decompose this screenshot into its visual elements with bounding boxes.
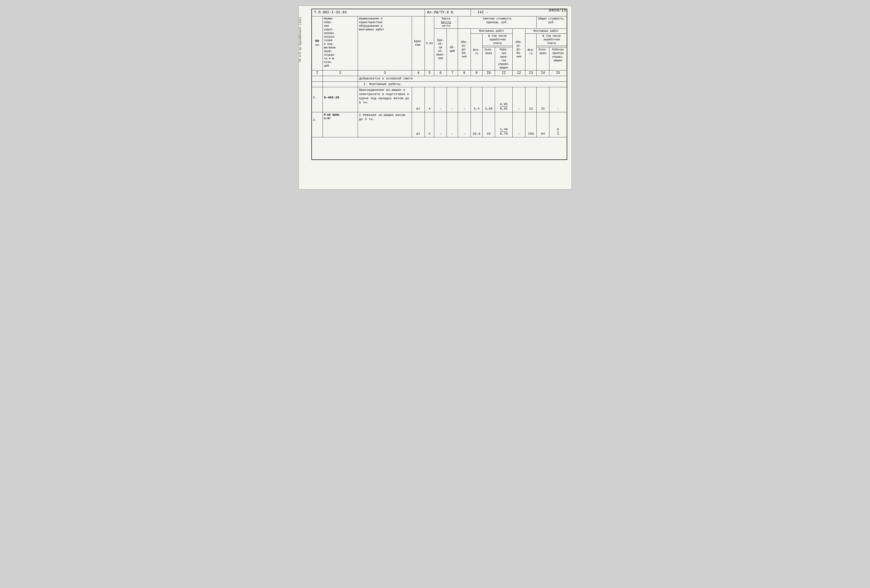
top-header-row: Т.П.90I-I-32.83 Ал.УШ/ТУ.8 Б - I4I - bbox=[311, 9, 567, 16]
col-hdr-num: №№пп bbox=[311, 16, 323, 70]
col-hdr-total-label: Общая стоимость, руб. bbox=[538, 17, 565, 24]
col-hdr-desc-label: Наименование ихарактеристикаоборудования… bbox=[359, 17, 384, 31]
col-hdr-names-label: Наиме-нова-ниеукруп-ненныхпоказа-телейи … bbox=[324, 17, 336, 67]
row1-num: I. bbox=[311, 87, 323, 112]
row2-code: П.№8 прим. п-57 bbox=[323, 112, 358, 137]
col-idx-9: 9 bbox=[471, 70, 482, 76]
col-hdr-total: Общая стоимость, руб. bbox=[536, 16, 567, 28]
col-hdr-smeta-oborud: Обо-ру-до-ва-ния bbox=[458, 28, 471, 70]
col-idx-11: II bbox=[495, 70, 512, 76]
row1-montazh-rabochih-den: 0,0I bbox=[500, 107, 508, 111]
row1-unit-val: шт bbox=[416, 107, 420, 110]
col-hdr-rabochih: Рабо-чихзаня-тыхуправл.машин bbox=[495, 47, 512, 70]
col-hdr-mass: Массабруттонетто bbox=[434, 16, 458, 28]
row1-montazh-rabochih-frac: 0,05 0,0I bbox=[500, 102, 508, 111]
col-hdr-montazh-label: Монтажных работ bbox=[479, 30, 504, 33]
section-title-empty2 bbox=[323, 82, 358, 87]
col-idx-10: I0 bbox=[482, 70, 495, 76]
row2-total-osnova-val: 64 bbox=[541, 132, 545, 135]
row1-mass-unit-val: – bbox=[439, 107, 441, 110]
col-idx-2: 2 bbox=[323, 70, 358, 76]
row2-montazh-osnova: I6 bbox=[482, 112, 495, 137]
row1-total-rabochih: – bbox=[549, 87, 567, 112]
col-idx-13: I3 bbox=[526, 70, 536, 76]
row1-num-label: I. bbox=[313, 95, 317, 99]
col-hdr-osnova: Осно-вная bbox=[482, 47, 495, 70]
row2-num: 2. bbox=[311, 112, 323, 137]
row1-qty: 4 bbox=[425, 87, 434, 112]
section-header-row: Добавляется к основной смете bbox=[311, 76, 567, 82]
row2-desc: I Ревизия эл.машин весом до 3 тн. bbox=[358, 112, 412, 137]
data-row-2: 2. П.№8 прим. п-57 I Ревизия эл.машин ве… bbox=[311, 112, 567, 137]
col-hdr-total-zarplata: В том числезаработнаяплата bbox=[536, 33, 567, 46]
col-hdr-total-osnova: Осно-вная bbox=[536, 47, 550, 70]
page-wrapper: 8459/15 ТМ 4/5 пр.бран005оа44 (434) Т.П.… bbox=[299, 6, 572, 189]
row2-oborud: – bbox=[458, 112, 471, 137]
row1-montazh-vsego: 5,4 bbox=[471, 87, 482, 112]
row1-montazh-rabochih: 0,05 0,0I bbox=[495, 87, 512, 112]
row1-total-osnova-val: I5 bbox=[541, 107, 545, 110]
section-title-empty1 bbox=[311, 82, 323, 87]
row1-oborud-val: – bbox=[463, 107, 465, 110]
row2-oborud-val: – bbox=[463, 132, 465, 135]
row1-code: 8–48I–25 bbox=[323, 87, 358, 112]
row2-mass-unit: – bbox=[434, 112, 447, 137]
row1-montazh-vsego-val: 5,4 bbox=[474, 107, 480, 110]
col-idx-8: 8 bbox=[458, 70, 471, 76]
col-hdr-zarplata-label: В том числезаработнаяплата bbox=[489, 34, 507, 45]
col-hdr-total-osnova-label: Осно-вная bbox=[539, 48, 547, 55]
row2-total-rabochih-den: 3 bbox=[557, 132, 559, 136]
col-header-row1: №№пп Наиме-нова-ниеукруп-ненныхпоказа-те… bbox=[311, 16, 567, 28]
row2-num-label: 2. bbox=[313, 118, 317, 122]
col-idx-1: I bbox=[311, 70, 323, 76]
header-col2: Ал.УШ/ТУ.8 Б bbox=[425, 9, 471, 16]
row2-montazh-rabochih: 1,49 0,78 bbox=[495, 112, 512, 137]
col-idx-6: 6 bbox=[434, 70, 447, 76]
section-title-text: I. Монтажные работы. bbox=[358, 82, 567, 87]
row1-qty-val: 4 bbox=[429, 107, 431, 110]
col-hdr-osnova-label: Осно-вная bbox=[484, 48, 493, 55]
col-hdr-smeta-label: Сметная стоимостьединицы, руб. bbox=[483, 17, 511, 24]
row2-unit: шт bbox=[412, 112, 425, 137]
page-number: 8459/15 bbox=[548, 8, 566, 13]
row2-unit-val: шт bbox=[416, 132, 420, 135]
row1-total-rabochih-val: – bbox=[557, 107, 559, 110]
col-hdr-zarplata: В том числезаработнаяплата bbox=[482, 33, 512, 46]
row2-mass-total: – bbox=[447, 112, 458, 137]
col-hdr-total-rabochih: Рабочихзанятыхуправл.машин bbox=[549, 47, 567, 70]
col-hdr-montazh-vsego-label: Все-го bbox=[473, 49, 480, 55]
row1-desc-text: Присоединение ал.машин к электросети и п… bbox=[359, 88, 409, 104]
row2-total-rabochih-frac: 6 3 bbox=[557, 127, 559, 136]
row2-desc-pre: I bbox=[359, 113, 361, 117]
row1-montazh-rabochih-num: 0,05 bbox=[500, 102, 508, 107]
col-hdr-unit: Един.изм. bbox=[412, 16, 425, 70]
col-hdr-smeta: Сметная стоимостьединицы, руб. bbox=[458, 16, 536, 28]
col-hdr-montazh-vsego: Все-го bbox=[471, 33, 482, 70]
row2-montazh-vsego-val: 25,8 bbox=[472, 132, 480, 135]
row1-total-osnova: I5 bbox=[536, 87, 550, 112]
row2-code-label: П.№8 прим. bbox=[324, 113, 341, 116]
row1-total-oborud: – bbox=[512, 87, 526, 112]
section-header-empty2 bbox=[323, 76, 358, 82]
row1-total-vsego: 22 bbox=[526, 87, 536, 112]
section-header-text: Добавляется к основной смете bbox=[358, 76, 567, 82]
row1-oborud: – bbox=[458, 87, 471, 112]
row2-qty: 4 bbox=[425, 112, 434, 137]
row1-mass-unit: – bbox=[434, 87, 447, 112]
row2-montazh-rabochih-num: 1,49 bbox=[500, 127, 508, 132]
col-idx-4: 4 bbox=[412, 70, 425, 76]
row2-montazh-rabochih-frac: 1,49 0,78 bbox=[500, 127, 508, 136]
col-idx-14: I4 bbox=[536, 70, 550, 76]
section-header-empty1 bbox=[311, 76, 323, 82]
col-hdr-total-vsego: Все-го bbox=[526, 33, 536, 70]
row2-mass-total-val: – bbox=[451, 132, 453, 135]
row2-total-vsego-val: I03 bbox=[528, 132, 534, 135]
section-title-row: I. Монтажные работы. bbox=[311, 82, 567, 87]
col-hdr-names: Наиме-нова-ниеукруп-ненныхпоказа-телейи … bbox=[323, 16, 358, 70]
col-idx-15: I5 bbox=[549, 70, 567, 76]
row1-code-label: 8–48I–25 bbox=[324, 95, 339, 99]
col-hdr-mass-total: Об-щий bbox=[447, 28, 458, 70]
row2-total-oborud: – bbox=[512, 112, 526, 137]
header-col1: Т.П.90I-I-32.83 bbox=[311, 9, 425, 16]
row2-montazh-vsego: 25,8 bbox=[471, 112, 482, 137]
